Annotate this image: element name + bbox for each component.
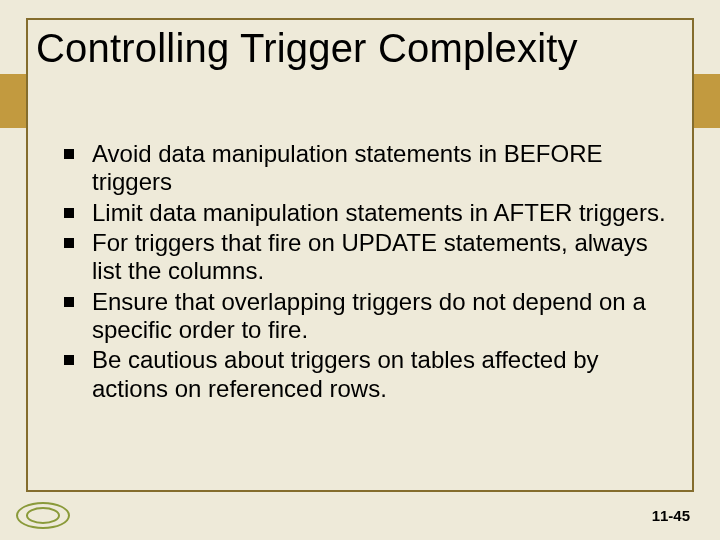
list-item: Ensure that overlapping triggers do not … bbox=[58, 288, 680, 345]
decorative-ellipse-icon bbox=[16, 498, 72, 530]
bullet-text: Limit data manipulation statements in AF… bbox=[92, 199, 666, 226]
list-item: Avoid data manipulation statements in BE… bbox=[58, 140, 680, 197]
list-item: Be cautious about triggers on tables aff… bbox=[58, 346, 680, 403]
list-item: Limit data manipulation statements in AF… bbox=[58, 199, 680, 227]
bullet-text: Be cautious about triggers on tables aff… bbox=[92, 346, 599, 401]
bullet-list: Avoid data manipulation statements in BE… bbox=[58, 140, 680, 405]
slide: Controlling Trigger Complexity Avoid dat… bbox=[0, 0, 720, 540]
bullet-text: Ensure that overlapping triggers do not … bbox=[92, 288, 646, 343]
bullet-text: For triggers that fire on UPDATE stateme… bbox=[92, 229, 648, 284]
slide-title: Controlling Trigger Complexity bbox=[36, 26, 578, 71]
bullet-text: Avoid data manipulation statements in BE… bbox=[92, 140, 603, 195]
list-item: For triggers that fire on UPDATE stateme… bbox=[58, 229, 680, 286]
page-number: 11-45 bbox=[652, 507, 690, 524]
